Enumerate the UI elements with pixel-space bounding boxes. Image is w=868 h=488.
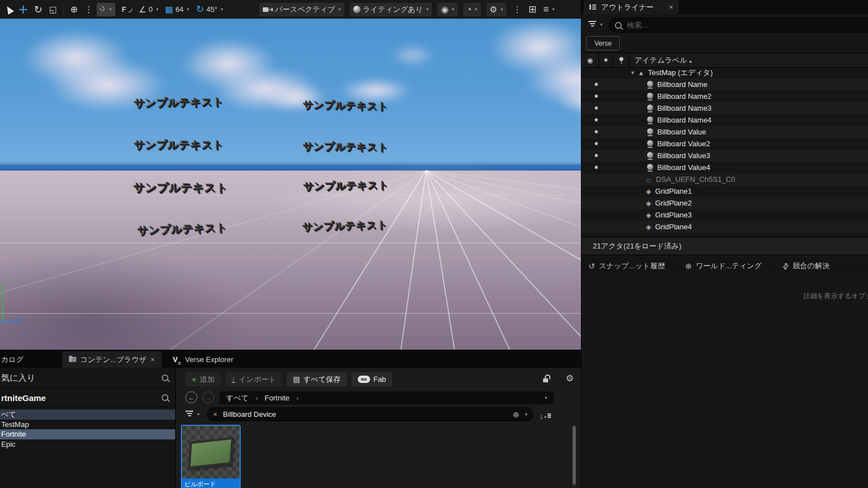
- tree-row[interactable]: ◈GridPlane1: [581, 185, 868, 197]
- tree-row[interactable]: *Billboard Name2: [581, 90, 868, 102]
- folder-item-fortnite[interactable]: Fortnite: [0, 429, 175, 439]
- tab-catalog-partial[interactable]: カログ: [0, 351, 31, 368]
- star-icon[interactable]: *: [594, 81, 598, 91]
- billboard-text[interactable]: サンプルテキスト: [133, 182, 228, 193]
- save-all-button[interactable]: ▤ すべて保存: [287, 372, 346, 386]
- star-icon[interactable]: *: [594, 164, 598, 175]
- folder-item-all[interactable]: べて: [0, 409, 175, 420]
- star-icon[interactable]: *: [594, 105, 598, 115]
- asset-filter-button[interactable]: ▾: [185, 411, 199, 417]
- tree-row[interactable]: *Billboard Name3: [581, 102, 868, 114]
- column-visibility[interactable]: ◉: [581, 53, 599, 67]
- snap-toggle-button[interactable]: ∩ ▾: [97, 3, 115, 16]
- chevron-down-icon[interactable]: ▾: [545, 395, 547, 400]
- outliner-search-input[interactable]: [626, 20, 868, 30]
- viewport-menu-button[interactable]: ≡ ▾: [540, 3, 558, 16]
- vertical-scrollbar[interactable]: [572, 426, 576, 488]
- more-options-button[interactable]: ⋮: [510, 3, 525, 16]
- sort-button[interactable]: ↓▾: [539, 412, 551, 420]
- import-button[interactable]: ↓ インポート: [225, 372, 283, 386]
- star-icon[interactable]: *: [594, 93, 598, 103]
- toolbar-overflow-dots[interactable]: ⋮: [81, 3, 97, 16]
- outliner-filter-button[interactable]: ▾: [588, 21, 602, 28]
- tree-row[interactable]: *Billboard Value: [581, 126, 868, 138]
- outliner-search[interactable]: [609, 18, 868, 33]
- tree-row[interactable]: ◈GridPlane4: [581, 221, 868, 233]
- tab-outliner[interactable]: アウトライナー ×: [584, 0, 679, 14]
- tab-world-settings[interactable]: ⊕ ワールド...ティング: [685, 261, 762, 271]
- chevron-down-icon[interactable]: ▾: [525, 412, 527, 417]
- vertical-dots-icon: ⋮: [513, 5, 522, 14]
- column-pin[interactable]: [613, 53, 630, 67]
- tree-row[interactable]: *Billboard Value4: [581, 162, 868, 173]
- tree-row[interactable]: *Billboard Value2: [581, 138, 868, 150]
- billboard-text[interactable]: サンプルテキスト: [303, 100, 389, 112]
- clear-search-icon[interactable]: ×: [213, 410, 218, 419]
- scale-tool-button[interactable]: ◱: [46, 3, 60, 16]
- add-filter-icon[interactable]: ⊕: [513, 410, 519, 419]
- forward-button[interactable]: →: [202, 391, 214, 403]
- back-button[interactable]: ←: [185, 391, 197, 403]
- viewport-settings-dropdown[interactable]: ⚙ ▾: [487, 3, 506, 16]
- tree-row[interactable]: *Billboard Name: [581, 79, 868, 90]
- lock-icon[interactable]: [543, 374, 549, 382]
- expander-arrow-icon[interactable]: ▼: [630, 70, 635, 76]
- breadcrumb-root[interactable]: すべて: [226, 393, 249, 403]
- move-tool-button[interactable]: [16, 3, 31, 16]
- column-item-label[interactable]: アイテムラベル ▴: [635, 55, 692, 66]
- surface-snap-button[interactable]: F: [119, 3, 136, 16]
- fab-button[interactable]: fab Fab: [351, 372, 392, 386]
- favorites-row[interactable]: 気に入り: [0, 368, 175, 389]
- world-space-button[interactable]: ⊕: [67, 3, 81, 16]
- rotate-tool-button[interactable]: ↻: [31, 3, 46, 16]
- star-icon[interactable]: *: [594, 117, 598, 127]
- billboard-text[interactable]: サンプルテキスト: [303, 180, 389, 192]
- billboard-text[interactable]: サンプルテキスト: [134, 140, 224, 150]
- viewport[interactable]: サンプルテキスト サンプルテキスト サンプルテキスト サンプルテキスト サンプル…: [0, 19, 581, 350]
- perspective-dropdown[interactable]: パースペクティブ ▾: [259, 3, 344, 16]
- gizmo-forward-axis[interactable]: [0, 321, 16, 323]
- select-tool-button[interactable]: [2, 3, 16, 16]
- breadcrumb[interactable]: すべて › Fortnite › ▾: [219, 391, 554, 404]
- project-row[interactable]: rtniteGame: [0, 389, 175, 407]
- add-button[interactable]: + 追加: [185, 372, 221, 386]
- scrollbar-thumb[interactable]: [572, 426, 576, 485]
- tab-content-browser[interactable]: コンテン...ブラウザ ×: [62, 351, 162, 368]
- view-options-dropdown[interactable]: ◔ ▾: [463, 3, 481, 16]
- search-icon[interactable]: [162, 394, 168, 401]
- scale-snap-button[interactable]: ∠ 0 ▾: [136, 3, 162, 16]
- tree-row[interactable]: ◈GridPlane2: [581, 197, 868, 209]
- tree-row[interactable]: ◈GridPlane3: [581, 209, 868, 221]
- tab-verse-explorer[interactable]: V Verse Explorer: [166, 351, 240, 368]
- folder-item-epic[interactable]: Epic: [0, 439, 175, 450]
- gizmo-up-axis[interactable]: [2, 291, 3, 322]
- column-favorite[interactable]: *: [599, 53, 613, 67]
- tree-row[interactable]: *Billboard Value3: [581, 150, 868, 162]
- quad-view-button[interactable]: ⊞: [525, 3, 540, 16]
- star-icon[interactable]: *: [594, 141, 598, 151]
- billboard-text[interactable]: サンプルテキスト: [303, 141, 389, 152]
- breadcrumb-current[interactable]: Fortnite: [264, 394, 289, 402]
- billboard-text[interactable]: サンプルテキスト: [302, 220, 388, 232]
- star-icon[interactable]: *: [594, 129, 598, 139]
- show-flags-dropdown[interactable]: ◉ ▾: [437, 3, 457, 16]
- folder-item-testmap[interactable]: TestMap: [0, 420, 175, 430]
- close-icon[interactable]: ×: [150, 355, 155, 364]
- tab-conflict-resolution[interactable]: ⇄ 競合の解決: [782, 261, 830, 271]
- tab-snapshot-history[interactable]: ↺ スナップ...ット履歴: [588, 261, 665, 271]
- gear-icon[interactable]: ⚙: [566, 373, 574, 384]
- asset-search[interactable]: × ⊕ ▾: [207, 407, 533, 421]
- star-icon[interactable]: *: [594, 152, 598, 163]
- tree-row[interactable]: ☼DSA_UEFN_Ch5S1_C0: [581, 173, 868, 185]
- asset-search-input[interactable]: [222, 409, 509, 419]
- verse-filter-chip[interactable]: Verse: [586, 36, 620, 50]
- rotation-snap-button[interactable]: ↻ 45° ▾: [193, 3, 227, 16]
- search-icon[interactable]: [162, 374, 168, 381]
- billboard-text[interactable]: サンプルテキスト: [134, 97, 224, 109]
- tree-row[interactable]: *Billboard Name4: [581, 114, 868, 126]
- tree-row-root[interactable]: ▼ ▲ TestMap (エディタ): [581, 67, 868, 79]
- grid-snap-button[interactable]: ▦ 64 ▾: [162, 3, 193, 16]
- asset-tile-billboard[interactable]: ビルボード: [181, 425, 241, 488]
- view-mode-dropdown[interactable]: ライティングあり ▾: [350, 3, 432, 16]
- close-icon[interactable]: ×: [669, 3, 674, 11]
